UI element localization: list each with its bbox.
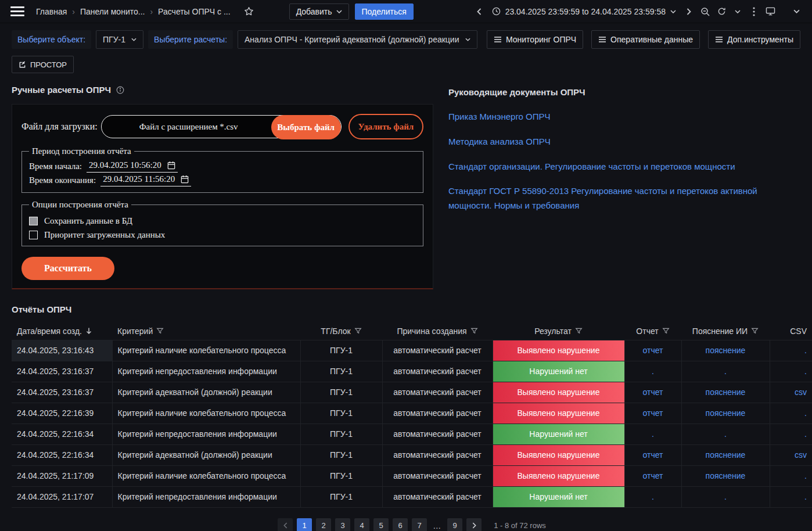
csv-link[interactable]: .: [804, 492, 807, 501]
next-page-button[interactable]: [466, 518, 482, 531]
csv-link[interactable]: .: [804, 346, 807, 355]
end-time-input[interactable]: 29.04.2025 11:56:20: [100, 174, 191, 186]
breadcrumb-item[interactable]: Расчеты ОПРЧ с ...: [158, 7, 231, 16]
explanation-link[interactable]: пояснение: [706, 450, 746, 460]
start-time-input[interactable]: 29.04.2025 10:56:20: [87, 160, 178, 173]
csv-link[interactable]: .: [804, 471, 807, 480]
explanation-link[interactable]: .: [724, 367, 727, 376]
page-button[interactable]: 9: [447, 518, 462, 531]
page-button[interactable]: 6: [393, 518, 408, 531]
info-icon[interactable]: [116, 86, 124, 94]
menu-button[interactable]: Доп.инструменты: [708, 30, 800, 49]
zoom-out-icon[interactable]: [698, 3, 713, 20]
kebab-menu-icon[interactable]: [746, 3, 761, 20]
filter-icon[interactable]: [156, 327, 164, 335]
filter-icon[interactable]: [751, 327, 759, 335]
time-range-picker[interactable]: 23.04.2025 23:59:59 to 24.04.2025 23:59:…: [488, 3, 680, 20]
menu-button-label: Мониторинг ОПРЧ: [506, 35, 576, 44]
column-header[interactable]: Пояснение ИИ: [681, 322, 770, 340]
explanation-link[interactable]: .: [724, 429, 727, 439]
delete-file-button[interactable]: Удалить файл: [348, 114, 423, 139]
favorite-star-icon[interactable]: [241, 3, 257, 20]
cell-criterion: Критерий адекватной (должной) реакции: [112, 444, 300, 465]
prostor-link-button[interactable]: ПРОСТОР: [12, 56, 74, 73]
report-link[interactable]: отчет: [643, 346, 663, 355]
report-link[interactable]: .: [652, 492, 654, 501]
filter-icon[interactable]: [575, 327, 583, 335]
save-db-checkbox[interactable]: [29, 217, 38, 225]
explanation-link[interactable]: пояснение: [706, 346, 746, 355]
reports-title: Отчёты ОПРЧ: [12, 304, 812, 314]
cell-result: Выявлено нарушение: [493, 444, 624, 465]
report-link[interactable]: отчет: [643, 450, 663, 460]
page-button[interactable]: 2: [316, 518, 331, 531]
choose-file-button[interactable]: Выбрать файл: [271, 115, 341, 139]
object-select[interactable]: ПГУ-1: [96, 30, 143, 49]
filter-icon[interactable]: [354, 327, 362, 335]
time-forward-icon[interactable]: [681, 3, 696, 20]
explanation-link[interactable]: пояснение: [706, 388, 746, 397]
doc-link[interactable]: Методика анализа ОПРЧ: [448, 135, 800, 149]
explanation-link[interactable]: пояснение: [706, 408, 746, 418]
breadcrumb-separator: ›: [72, 7, 75, 16]
calendar-icon[interactable]: [181, 175, 189, 184]
report-link[interactable]: отчет: [643, 388, 663, 397]
menu-button[interactable]: Оперативные данные: [591, 30, 700, 49]
share-button[interactable]: Поделиться: [355, 3, 414, 20]
priority-checkbox[interactable]: [29, 231, 38, 239]
collapse-chevron-icon[interactable]: [789, 3, 804, 20]
cell-csv: .: [770, 424, 812, 444]
cell-unit: ПГУ-1: [300, 340, 382, 361]
explanation-link[interactable]: .: [724, 492, 727, 501]
csv-link[interactable]: csv: [795, 450, 807, 460]
doc-link[interactable]: Стандарт ГОСТ Р 55890-2013 Регулирование…: [448, 184, 800, 213]
page-button[interactable]: 7: [412, 518, 427, 531]
menu-button[interactable]: Мониторинг ОПРЧ: [487, 30, 583, 49]
column-header[interactable]: ТГ/Блок: [300, 322, 382, 340]
column-header[interactable]: Причина создания: [382, 322, 493, 340]
page-button[interactable]: 5: [373, 518, 389, 531]
report-link[interactable]: .: [652, 367, 654, 376]
calendar-icon[interactable]: [167, 161, 175, 170]
clock-icon: [492, 7, 501, 16]
tv-mode-icon[interactable]: [763, 3, 778, 20]
csv-link[interactable]: csv: [795, 388, 807, 397]
column-header[interactable]: Результат: [493, 322, 624, 340]
calculate-button[interactable]: Рассчитать: [21, 257, 114, 280]
cell-result: Выявлено нарушение: [493, 340, 624, 361]
filter-icon[interactable]: [662, 327, 670, 335]
menu-toggle-icon[interactable]: [10, 5, 24, 18]
column-header[interactable]: Дата/время созд.: [12, 322, 112, 340]
csv-link[interactable]: .: [804, 367, 807, 376]
refresh-interval-chevron-icon[interactable]: [730, 3, 745, 20]
previous-page-button[interactable]: [278, 518, 293, 531]
page-button[interactable]: 1: [297, 518, 312, 531]
options-legend: Опции построения отчёта: [29, 200, 131, 210]
report-link[interactable]: отчет: [643, 471, 663, 480]
column-header[interactable]: Отчет: [624, 322, 681, 340]
page-button[interactable]: 4: [354, 518, 369, 531]
time-back-icon[interactable]: [472, 3, 487, 20]
add-button[interactable]: Добавить: [289, 3, 349, 20]
cell-report: .: [624, 424, 681, 444]
csv-link[interactable]: .: [804, 408, 807, 418]
report-link[interactable]: .: [652, 429, 654, 439]
breadcrumb-item[interactable]: Главная: [36, 7, 67, 16]
column-header[interactable]: Критерий: [112, 322, 300, 340]
cell-explanation: пояснение: [681, 444, 770, 465]
doc-link[interactable]: Приказ Минэнерго ОПРЧ: [448, 110, 800, 124]
csv-link[interactable]: .: [804, 429, 807, 439]
guiding-documents-panel: Руководящие документы ОПРЧ Приказ Минэне…: [448, 85, 800, 213]
filter-icon[interactable]: [470, 327, 478, 335]
file-input[interactable]: Файл с расширением *.csv Выбрать файл: [101, 115, 342, 138]
page-button[interactable]: 3: [335, 518, 350, 531]
column-header[interactable]: CSV: [770, 322, 812, 340]
doc-link[interactable]: Стандарт организации. Регулирование част…: [448, 160, 800, 174]
sort-desc-icon[interactable]: [85, 327, 92, 335]
cell-result: Выявлено нарушение: [493, 465, 624, 486]
calc-select[interactable]: Анализ ОПРЧ - Критерий адекватной (должн…: [238, 30, 477, 49]
report-link[interactable]: отчет: [643, 408, 663, 418]
refresh-icon[interactable]: [714, 3, 729, 20]
breadcrumb-item[interactable]: Панели монито...: [80, 7, 145, 16]
explanation-link[interactable]: пояснение: [706, 471, 746, 480]
